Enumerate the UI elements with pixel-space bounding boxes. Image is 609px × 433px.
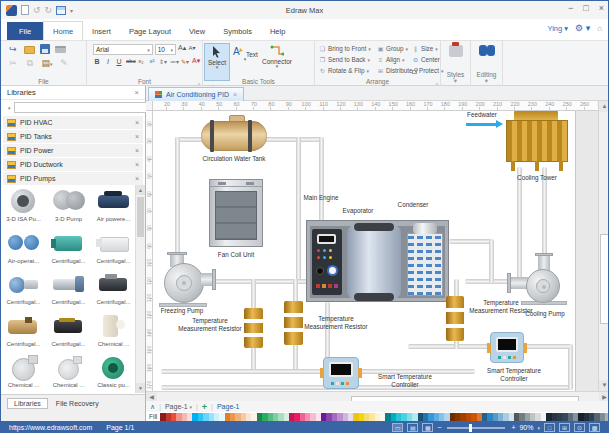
symbol-item[interactable]: Classic pu... [91, 351, 136, 392]
close-library-icon[interactable]: × [135, 119, 139, 126]
symbol-item[interactable]: Centrifugal... [46, 227, 91, 268]
main-engine[interactable] [312, 229, 342, 295]
close-document-icon[interactable]: × [233, 91, 237, 98]
pipe[interactable] [296, 137, 301, 283]
symbol-item[interactable]: Chemical ... [1, 351, 46, 392]
highlight-color-icon[interactable]: ✎▾ [181, 58, 189, 65]
font-color-icon[interactable]: A▾ [192, 57, 200, 65]
circulation-water-tank[interactable] [201, 121, 267, 151]
fit-width-icon[interactable]: ⊞ [559, 423, 570, 432]
library-picker-dropdown-icon[interactable]: ▾ [8, 105, 11, 111]
center-button[interactable]: ⊙Center [412, 54, 443, 65]
font-dialog-launcher-icon[interactable]: ⌟ [197, 78, 200, 85]
vertical-scrollbar[interactable]: ▲ ▼ [598, 101, 609, 391]
format-painter-icon[interactable]: ✎ [58, 58, 70, 69]
pipe[interactable] [175, 137, 180, 259]
scroll-down-icon[interactable]: ▼ [599, 380, 609, 391]
tab-symbols[interactable]: Symbols [214, 22, 261, 40]
cooling-pump[interactable] [526, 269, 560, 303]
chiller-unit[interactable] [306, 220, 449, 302]
zoom-dropdown-icon[interactable]: ▾ [537, 425, 540, 431]
scroll-up-icon[interactable]: ▲ [599, 101, 609, 112]
symbol-item[interactable]: Chemical ... [91, 310, 136, 351]
font-family-select[interactable]: Arial▾ [93, 44, 153, 55]
tab-view[interactable]: View [180, 22, 214, 40]
bring-to-front-button[interactable]: ❏Bring to Front▾ [319, 43, 371, 54]
editing-binoculars-icon[interactable] [479, 45, 495, 57]
collapse-pagebar-icon[interactable]: ∧ [150, 403, 155, 411]
text-tool-button[interactable]: A Text▾ [232, 43, 258, 81]
evaporator[interactable] [347, 225, 401, 299]
zoom-slider[interactable] [447, 427, 505, 429]
document-tab[interactable]: Air Conditioning PID × [148, 87, 244, 101]
symbol-item[interactable]: Centrifugal... [46, 310, 91, 351]
library-item[interactable]: PID Power× [3, 144, 143, 157]
size-button[interactable]: ∥Size▾ [412, 43, 443, 54]
close-button[interactable]: × [599, 3, 604, 13]
symbol-item[interactable]: Centrifugal... [46, 268, 91, 309]
cut-icon[interactable]: ✂ [7, 58, 19, 69]
pan-window-icon[interactable]: ▩ [589, 423, 600, 432]
symbol-item[interactable]: Air-operat... [1, 227, 46, 268]
symbol-item[interactable]: Centrifugal... [1, 268, 46, 309]
zoom-out-icon[interactable]: − [437, 424, 441, 431]
send-to-back-button[interactable]: ❐Send to Back▾ [319, 54, 371, 65]
magnifier-icon[interactable]: ⊙ [574, 423, 585, 432]
symbol-scrollbar[interactable]: ▲ ▼ [135, 185, 145, 393]
symbol-item[interactable]: 3-D ISA Pu... [1, 185, 46, 226]
pipe[interactable] [517, 167, 522, 281]
font-size-select[interactable]: 10▾ [155, 44, 176, 55]
library-item[interactable]: PID Pumps× [3, 172, 143, 185]
page-menu[interactable]: Page-1 ▾ [165, 403, 192, 410]
symbol-item[interactable]: Centrifugal... [91, 268, 136, 309]
close-library-icon[interactable]: × [135, 161, 139, 168]
tab-page-layout[interactable]: Page Layout [120, 22, 180, 40]
library-item[interactable]: PID Tanks× [3, 130, 143, 143]
maximize-button[interactable]: □ [583, 3, 588, 13]
pipe[interactable] [568, 344, 573, 390]
canvas[interactable]: Circulation Water Tank Fan Coil Unit Mai… [153, 111, 598, 391]
select-tool-button[interactable]: Select▾ [204, 43, 230, 81]
tab-home[interactable]: Home [43, 21, 83, 40]
zoom-in-icon[interactable]: + [511, 424, 515, 431]
minimize-button[interactable]: − [568, 3, 573, 13]
protect-button[interactable]: Protect▾ [412, 65, 443, 76]
bold-button[interactable]: B [93, 58, 101, 65]
temperature-resistor[interactable] [284, 301, 303, 345]
italic-button[interactable]: I [104, 58, 112, 65]
print-icon[interactable] [55, 46, 66, 53]
bullets-icon[interactable]: ≔▾ [170, 58, 178, 65]
condenser[interactable] [407, 233, 443, 296]
add-page-button[interactable]: + [202, 402, 207, 412]
strikethrough-button[interactable]: abc [126, 58, 134, 64]
close-panel-icon[interactable]: × [135, 88, 139, 97]
rotate-flip-button[interactable]: ↻Rotate & Flip▾ [319, 65, 371, 76]
temperature-resistor[interactable] [446, 296, 464, 341]
pipe[interactable] [319, 137, 324, 221]
fit-page-icon[interactable]: □ [544, 423, 555, 432]
shrink-font-icon[interactable]: A▾ [188, 44, 196, 55]
zoom-level[interactable]: 90% [519, 424, 533, 431]
scroll-up-icon[interactable]: ▲ [136, 185, 145, 195]
tab-insert[interactable]: Insert [83, 22, 120, 40]
underline-button[interactable]: U [115, 58, 123, 65]
library-item[interactable]: PID HVAC× [3, 116, 143, 129]
temperature-resistor[interactable] [244, 308, 263, 348]
library-item[interactable]: PID Ductwork× [3, 158, 143, 171]
scroll-left-icon[interactable]: ◀ [146, 392, 157, 401]
import-icon[interactable]: ↪ [7, 44, 19, 55]
view-page-icon[interactable]: ▤ [407, 423, 418, 432]
open-icon[interactable] [24, 46, 35, 54]
scroll-right-icon[interactable]: ▶ [599, 392, 609, 401]
subscript-button[interactable]: x₂ [137, 58, 145, 64]
home-icon[interactable]: ⌂ [597, 24, 602, 33]
color-swatch[interactable] [605, 413, 609, 421]
tab-file[interactable]: File [7, 22, 43, 40]
symbol-item[interactable]: Air powere... [91, 185, 136, 226]
copy-icon[interactable]: ⧉ [24, 58, 36, 69]
scroll-down-icon[interactable]: ▼ [136, 383, 145, 393]
connector-tool-button[interactable]: Connector▾ [260, 43, 294, 81]
user-account-menu[interactable]: Ying ▾ [547, 24, 568, 33]
view-normal-icon[interactable]: ▭ [392, 423, 403, 432]
close-library-icon[interactable]: × [135, 133, 139, 140]
